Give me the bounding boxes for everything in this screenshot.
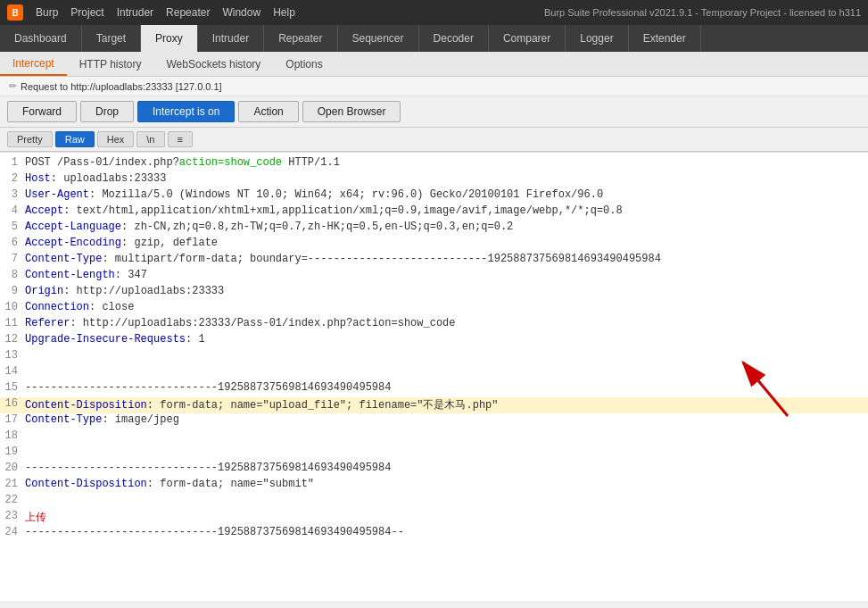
sub-nav: Intercept HTTP history WebSockets histor…: [0, 52, 868, 77]
request-url: Request to http://uploadlabs:23333 [127.…: [21, 81, 222, 92]
line-number: 12: [0, 333, 25, 346]
menu-help[interactable]: Help: [273, 6, 295, 19]
line-content: ------------------------------1925887375…: [25, 462, 868, 474]
line-number: 23: [0, 510, 25, 522]
tab-extender[interactable]: Extender: [629, 25, 701, 52]
menu-burp[interactable]: Burp: [36, 6, 58, 19]
forward-button[interactable]: Forward: [7, 101, 77, 122]
line-content: Connection: close: [25, 301, 868, 313]
line-number: 3: [0, 188, 25, 201]
line-number: 8: [0, 269, 25, 281]
line: 7Content-Type: multipart/form-data; boun…: [0, 253, 868, 269]
intercept-button[interactable]: Intercept is on: [137, 101, 235, 122]
line-number: 11: [0, 317, 25, 329]
hex-button[interactable]: Hex: [97, 131, 135, 147]
line: 10Connection: close: [0, 301, 868, 317]
line-number: 7: [0, 253, 25, 265]
menu-project[interactable]: Project: [70, 6, 103, 19]
line-content: Accept-Language: zh-CN,zh;q=0.8,zh-TW;q=…: [25, 221, 868, 233]
line: 20------------------------------19258873…: [0, 462, 868, 478]
line: 1POST /Pass-01/index.php?action=show_cod…: [0, 156, 868, 172]
line-content: Accept: text/html,application/xhtml+xml,…: [25, 204, 868, 217]
request-body[interactable]: 1POST /Pass-01/index.php?action=show_cod…: [0, 152, 868, 601]
newline-button[interactable]: \n: [136, 131, 164, 147]
line: 4Accept: text/html,application/xhtml+xml…: [0, 204, 868, 221]
burp-logo: B: [7, 4, 23, 21]
tab-repeater[interactable]: Repeater: [264, 25, 337, 52]
subtab-options[interactable]: Options: [273, 52, 335, 76]
title-bar: B Burp Project Intruder Repeater Window …: [0, 0, 868, 25]
tab-dashboard[interactable]: Dashboard: [0, 25, 82, 52]
edit-icon: ✏: [9, 80, 17, 92]
line-number: 13: [0, 349, 25, 362]
drop-button[interactable]: Drop: [80, 101, 134, 122]
line-number: 15: [0, 381, 25, 394]
line-content: Referer: http://uploadlabs:23333/Pass-01…: [25, 317, 868, 329]
line-content: User-Agent: Mozilla/5.0 (Windows NT 10.0…: [25, 188, 868, 201]
line-content: ------------------------------1925887375…: [25, 381, 868, 394]
menu-button[interactable]: ≡: [168, 131, 193, 147]
line: 13: [0, 349, 868, 365]
line: 24------------------------------19258873…: [0, 526, 868, 542]
line-number: 9: [0, 285, 25, 297]
line-number: 2: [0, 172, 25, 185]
line-content: Content-Type: image/jpeg: [25, 413, 868, 426]
line: 19: [0, 446, 868, 462]
line-number: 6: [0, 237, 25, 249]
line-number: 19: [0, 446, 25, 458]
line: 5Accept-Language: zh-CN,zh;q=0.8,zh-TW;q…: [0, 221, 868, 237]
line-content: 上传: [25, 510, 868, 525]
tab-sequencer[interactable]: Sequencer: [338, 25, 419, 52]
line-content: Content-Disposition: form-data; name="su…: [25, 478, 868, 490]
action-button[interactable]: Action: [238, 101, 298, 122]
format-row: Pretty Raw Hex \n ≡: [0, 128, 868, 152]
line: 14: [0, 365, 868, 381]
subtab-websockets-history[interactable]: WebSockets history: [154, 52, 274, 76]
menu-window[interactable]: Window: [222, 6, 260, 19]
line-content: Accept-Encoding: gzip, deflate: [25, 237, 868, 249]
line: 21Content-Disposition: form-data; name="…: [0, 478, 868, 494]
line-content: POST /Pass-01/index.php?action=show_code…: [25, 156, 868, 169]
line-number: 22: [0, 494, 25, 506]
tab-comparer[interactable]: Comparer: [489, 25, 566, 52]
line: 6Accept-Encoding: gzip, deflate: [0, 237, 868, 253]
line-number: 18: [0, 429, 25, 442]
tab-proxy[interactable]: Proxy: [141, 25, 198, 52]
line: 16Content-Disposition: form-data; name="…: [0, 397, 868, 413]
line-content: Origin: http://uploadlabs:23333: [25, 285, 868, 297]
line-number: 10: [0, 301, 25, 313]
line: 3User-Agent: Mozilla/5.0 (Windows NT 10.…: [0, 188, 868, 204]
line-number: 20: [0, 462, 25, 474]
subtab-http-history[interactable]: HTTP history: [67, 52, 154, 76]
action-row: Forward Drop Intercept is on Action Open…: [0, 96, 868, 128]
line: 8Content-Length: 347: [0, 269, 868, 285]
open-browser-button[interactable]: Open Browser: [302, 101, 401, 122]
line: 11Referer: http://uploadlabs:23333/Pass-…: [0, 317, 868, 333]
tab-logger[interactable]: Logger: [566, 25, 628, 52]
tab-intruder[interactable]: Intruder: [198, 25, 264, 52]
main-nav: Dashboard Target Proxy Intruder Repeater…: [0, 25, 868, 52]
line-content: ------------------------------1925887375…: [25, 526, 868, 538]
line-content: Content-Disposition: form-data; name="up…: [25, 397, 868, 412]
line-content: Content-Type: multipart/form-data; bound…: [25, 253, 868, 265]
app-title: Burp Suite Professional v2021.9.1 - Temp…: [544, 7, 861, 18]
menu-repeater[interactable]: Repeater: [166, 6, 210, 19]
line-number: 21: [0, 478, 25, 490]
request-bar: ✏ Request to http://uploadlabs:23333 [12…: [0, 77, 868, 96]
tab-target[interactable]: Target: [82, 25, 141, 52]
line-content: Upgrade-Insecure-Requests: 1: [25, 333, 868, 346]
line-number: 24: [0, 526, 25, 538]
line-content: Host: uploadlabs:23333: [25, 172, 868, 185]
raw-button[interactable]: Raw: [55, 131, 95, 147]
menu-intruder[interactable]: Intruder: [117, 6, 153, 19]
line: 12Upgrade-Insecure-Requests: 1: [0, 333, 868, 349]
line: 15------------------------------19258873…: [0, 381, 868, 397]
line-number: 14: [0, 365, 25, 378]
line: 22: [0, 494, 868, 510]
subtab-intercept[interactable]: Intercept: [0, 52, 67, 76]
pretty-button[interactable]: Pretty: [7, 131, 53, 147]
line: 2Host: uploadlabs:23333: [0, 172, 868, 188]
line-number: 1: [0, 156, 25, 169]
line-content: Content-Length: 347: [25, 269, 868, 281]
tab-decoder[interactable]: Decoder: [419, 25, 489, 52]
